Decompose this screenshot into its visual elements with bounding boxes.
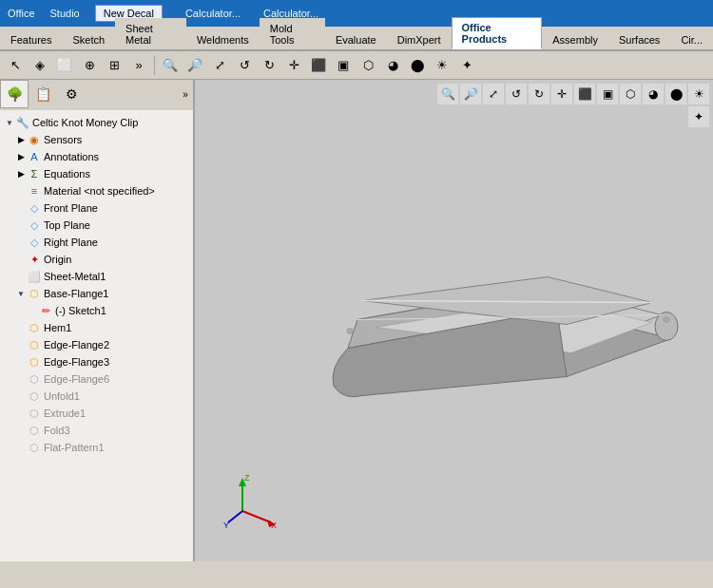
vp-view[interactable]: ⬛: [307, 54, 330, 77]
tree-fold3[interactable]: ▶ ⬡ Fold3: [0, 422, 193, 439]
h1-indent: [4, 322, 15, 333]
rp-icon: ◇: [27, 235, 42, 250]
tab-sketch[interactable]: Sketch: [62, 29, 115, 49]
h1-label: Hem1: [44, 322, 71, 333]
tree-annotations[interactable]: ▶ A Annotations: [0, 148, 193, 165]
toolbar-icon-box[interactable]: ⬜: [53, 54, 76, 77]
tab-weldments[interactable]: Weldments: [186, 29, 260, 49]
tree-right-plane[interactable]: ▶ ◇ Right Plane: [0, 234, 193, 251]
vp-rotate2[interactable]: ↻: [258, 54, 280, 77]
bf-indent: [4, 288, 15, 299]
sm-label: Sheet-Metal1: [44, 271, 106, 282]
svg-text:Z: Z: [244, 473, 250, 483]
ef2-indent: [4, 339, 15, 351]
lp-tab-prop[interactable]: 📋: [29, 80, 57, 108]
tree-base-flange[interactable]: ▼ ⬡ Base-Flange1: [0, 285, 193, 302]
ef3-icon: ⬡: [27, 354, 42, 370]
fp1-icon: ⬡: [27, 440, 42, 455]
eq-expand[interactable]: ▶: [15, 168, 27, 180]
svg-point-3: [655, 312, 678, 340]
tree-edge-flange3[interactable]: ▶ ⬡ Edge-Flange3: [0, 353, 193, 370]
toolbar-separator-1: [154, 56, 155, 75]
model-svg: [291, 224, 700, 414]
root-expand[interactable]: ▼: [4, 117, 15, 128]
tree-front-plane[interactable]: ▶ ◇ Front Plane: [0, 199, 193, 217]
lp-tab-config[interactable]: ⚙: [57, 80, 86, 108]
vp-icon-zoomin[interactable]: 🔍: [437, 84, 458, 104]
annot-expand[interactable]: ▶: [15, 151, 27, 162]
tp-indent: [4, 219, 15, 231]
vp-icon-sphere[interactable]: ⬤: [665, 84, 686, 104]
toolbar-icon-select[interactable]: ◈: [29, 54, 51, 77]
vp-zoom-in[interactable]: 🔍: [159, 54, 182, 77]
tree-extrude1[interactable]: ▶ ⬡ Extrude1: [0, 405, 193, 422]
bf-expand[interactable]: ▼: [15, 288, 27, 299]
vp-shade[interactable]: ◕: [381, 54, 404, 77]
lp-expand-btn[interactable]: »: [178, 80, 193, 108]
tree-flat-pattern1[interactable]: ▶ ⬡ Flat-Pattern1: [0, 439, 193, 456]
tab-evaluate[interactable]: Evaluate: [325, 29, 387, 49]
tree-sensors[interactable]: ▶ ◉ Sensors: [0, 131, 193, 148]
tab-dimxpert[interactable]: DimXpert: [387, 29, 452, 49]
title-calc1: Calculator...: [185, 8, 241, 19]
sensors-expand[interactable]: ▶: [15, 134, 27, 145]
vp-camera[interactable]: ☀: [431, 54, 453, 77]
viewport[interactable]: 🔍 🔎 ⤢ ↺ ↻ ✛ ⬛ ▣ ⬡ ◕ ⬤ ☀ ✦: [195, 80, 713, 561]
tree-material[interactable]: ▶ ≡ Material <not specified>: [0, 182, 193, 199]
svg-text:Y: Y: [223, 521, 229, 530]
vp-icon-box[interactable]: ⬛: [574, 84, 595, 104]
tab-officeproducts[interactable]: Office Products: [452, 17, 543, 49]
toolbar-icon-grid[interactable]: ⊞: [103, 54, 125, 77]
vp-icon-grid2[interactable]: ▣: [597, 84, 618, 104]
vp-pan[interactable]: ✛: [282, 54, 305, 77]
tree-root[interactable]: ▼ 🔧 Celtic Knot Money Clip: [0, 114, 193, 131]
tree-sketch1[interactable]: ▶ ✏ (-) Sketch1: [0, 302, 193, 319]
tab-surfaces[interactable]: Surfaces: [608, 29, 670, 49]
fp-label: Front Plane: [44, 202, 98, 214]
model-3d: [291, 224, 700, 417]
tree-edge-flange6[interactable]: ▶ ⬡ Edge-Flange6: [0, 370, 193, 388]
sensors-indent: [4, 134, 15, 145]
vp-section[interactable]: ⬤: [406, 54, 429, 77]
menu-tabs: Features Sketch Sheet Metal Weldments Mo…: [0, 27, 713, 51]
tree-top-plane[interactable]: ▶ ◇ Top Plane: [0, 217, 193, 234]
tree-origin[interactable]: ▶ ✦ Origin: [0, 251, 193, 268]
tree-equations[interactable]: ▶ Σ Equations: [0, 165, 193, 182]
vp-icon-zoomout[interactable]: 🔎: [460, 84, 481, 104]
vp-fit[interactable]: ⤢: [208, 54, 231, 77]
vp-icon-zoom2[interactable]: ⤢: [483, 84, 504, 104]
title-studio: Studio: [50, 8, 80, 19]
tree-unfold1[interactable]: ▶ ⬡ Unfold1: [0, 388, 193, 405]
toolbar-icon-target[interactable]: ⊕: [78, 54, 101, 77]
vp-zoom-out[interactable]: 🔎: [183, 54, 206, 77]
tab-sheetmetal[interactable]: Sheet Metal: [115, 18, 186, 49]
tree-edge-flange2[interactable]: ▶ ⬡ Edge-Flange2: [0, 336, 193, 353]
vp-icon-color[interactable]: ◕: [643, 84, 664, 104]
sk1-icon: ✏: [38, 303, 53, 318]
vp-render[interactable]: ✦: [455, 54, 478, 77]
toolbar-icon-more[interactable]: »: [127, 54, 150, 77]
tree-hem1[interactable]: ▶ ⬡ Hem1: [0, 319, 193, 336]
vp-icon-rot2[interactable]: ↻: [529, 84, 549, 104]
mat-icon: ≡: [27, 183, 42, 199]
ef3-indent: [4, 356, 15, 368]
vp-light[interactable]: ⬡: [356, 54, 379, 77]
vp-icon-star[interactable]: ✦: [688, 106, 709, 127]
vp-rotate[interactable]: ↺: [233, 54, 256, 77]
lp-tab-tree[interactable]: 🌳: [0, 80, 29, 108]
tab-cir[interactable]: Cir...: [670, 29, 713, 49]
toolbar-icon-arrow[interactable]: ↖: [4, 54, 27, 77]
tab-features[interactable]: Features: [0, 29, 62, 49]
vp-icon-rot1[interactable]: ↺: [506, 84, 527, 104]
fp-icon: ◇: [27, 200, 42, 216]
tab-moldtools[interactable]: Mold Tools: [260, 18, 325, 49]
tree-sheet-metal[interactable]: ▶ ⬜ Sheet-Metal1: [0, 268, 193, 285]
tab-assembly[interactable]: Assembly: [542, 29, 608, 49]
vp-icon-cross[interactable]: ✛: [551, 84, 572, 104]
ef2-icon: ⬡: [27, 337, 42, 352]
uf1-indent: [4, 390, 15, 402]
vp-display[interactable]: ▣: [332, 54, 355, 77]
vp-icon-hex[interactable]: ⬡: [620, 84, 641, 104]
origin-label: Origin: [44, 254, 71, 265]
vp-icon-sun[interactable]: ☀: [688, 84, 709, 104]
